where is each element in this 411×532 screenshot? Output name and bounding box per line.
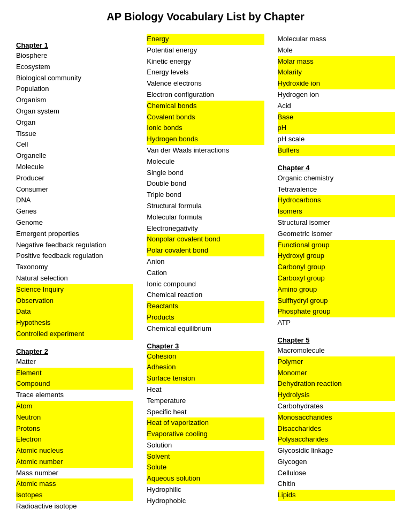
chapter-heading-3-2: Chapter 4 — [278, 164, 395, 172]
term-2-2-4: Heat — [147, 384, 264, 396]
term-3-3-11: Glycogen — [278, 457, 395, 468]
term-3-1-11: Buffers — [278, 145, 395, 156]
term-2-2-10: Solvent — [147, 451, 264, 462]
term-1-1-17: Emergent properties — [16, 229, 133, 240]
term-3-3-1: Macromolecule — [278, 345, 395, 356]
term-1-1-6: Organ system — [16, 106, 133, 117]
term-1-2-1: Matter — [16, 356, 133, 368]
term-3-3-3: Monomer — [278, 368, 395, 379]
term-1-1-5: Organism — [16, 95, 133, 106]
term-1-1-4: Population — [16, 83, 133, 95]
term-3-2-2: Tetravalence — [278, 184, 395, 195]
term-2-2-11: Solute — [147, 462, 264, 473]
term-1-1-8: Tissue — [16, 128, 133, 140]
term-2-1-22: Cation — [147, 268, 264, 279]
term-1-1-12: Producer — [16, 173, 133, 184]
term-1-1-3: Biological community — [16, 73, 133, 84]
term-2-1-25: Reactants — [147, 301, 264, 312]
term-3-3-8: Disaccharides — [278, 423, 395, 435]
term-2-1-5: Valence electrons — [147, 78, 264, 89]
term-1-2-13: Isotopes — [16, 490, 133, 501]
term-1-1-11: Molecule — [16, 162, 133, 173]
term-3-3-10: Glycosidic linkage — [278, 445, 395, 457]
chapter-heading-1-1: Chapter 1 — [16, 41, 133, 49]
term-3-2-8: Hydroxyl group — [278, 250, 395, 262]
term-2-1-2: Potential energy — [147, 45, 264, 56]
term-2-1-12: Molecule — [147, 156, 264, 168]
term-2-2-14: Hydrophobic — [147, 496, 264, 507]
term-1-1-23: Observation — [16, 295, 133, 307]
term-3-1-7: Acid — [278, 101, 395, 112]
term-3-2-7: Functional group — [278, 240, 395, 251]
term-1-1-15: Genes — [16, 206, 133, 217]
term-1-2-11: Mass number — [16, 468, 133, 479]
term-2-1-16: Structural formula — [147, 201, 264, 212]
term-2-2-1: Cohesion — [147, 351, 264, 362]
term-2-2-9: Solution — [147, 440, 264, 451]
term-3-2-4: Isomers — [278, 206, 395, 217]
term-1-2-3: Compound — [16, 378, 133, 390]
term-1-1-26: Controlled experiment — [16, 329, 133, 340]
term-2-1-7: Chemical bonds — [147, 101, 264, 112]
term-1-2-5: Atom — [16, 401, 133, 412]
column-3: Molecular massMoleMolar massMolarityHydr… — [278, 34, 395, 512]
term-1-1-9: Cell — [16, 139, 133, 150]
term-3-3-14: Lipids — [278, 490, 395, 501]
term-2-1-15: Triple bond — [147, 189, 264, 201]
term-3-1-10: pH scale — [278, 134, 395, 145]
term-1-2-12: Atomic mass — [16, 478, 133, 490]
term-2-1-27: Chemical equilibrium — [147, 323, 264, 335]
term-3-2-10: Carboxyl group — [278, 273, 395, 284]
chapter-heading-1-2: Chapter 2 — [16, 347, 133, 355]
term-1-1-1: Biosphere — [16, 50, 133, 62]
term-2-1-4: Energy levels — [147, 67, 264, 78]
column-1: Chapter 1BiosphereEcosystemBiological co… — [16, 34, 133, 512]
term-1-2-2: Element — [16, 368, 133, 379]
term-3-3-2: Polymer — [278, 356, 395, 368]
term-2-1-17: Molecular formula — [147, 212, 264, 223]
term-3-2-12: Sulfhydryl group — [278, 295, 395, 307]
term-2-2-3: Surface tension — [147, 373, 264, 384]
term-3-2-1: Organic chemistry — [278, 173, 395, 184]
term-1-1-25: Hypothesis — [16, 317, 133, 329]
term-3-1-3: Molar mass — [278, 56, 395, 67]
term-3-3-6: Carbohydrates — [278, 401, 395, 412]
term-2-1-19: Nonpolar covalent bond — [147, 234, 264, 245]
term-3-1-2: Mole — [278, 45, 395, 56]
term-1-2-8: Electron — [16, 434, 133, 445]
term-2-2-12: Aqueous solution — [147, 473, 264, 484]
term-1-2-6: Neutron — [16, 412, 133, 423]
term-1-2-4: Trace elements — [16, 390, 133, 401]
term-3-3-13: Chitin — [278, 478, 395, 490]
term-2-1-3: Kinetic energy — [147, 56, 264, 67]
term-2-2-8: Evaporative cooling — [147, 429, 264, 440]
term-3-1-4: Molarity — [278, 67, 395, 78]
term-2-1-21: Anion — [147, 256, 264, 268]
term-2-2-7: Heat of vaporization — [147, 417, 264, 429]
term-2-1-8: Covalent bonds — [147, 112, 264, 123]
term-2-1-26: Products — [147, 312, 264, 323]
chapter-heading-3-3: Chapter 5 — [278, 336, 395, 344]
term-2-1-1: Energy — [147, 34, 264, 45]
term-3-2-6: Geometric isomer — [278, 229, 395, 240]
term-2-1-14: Double bond — [147, 178, 264, 189]
term-1-1-14: DNA — [16, 195, 133, 206]
term-3-1-8: Base — [278, 112, 395, 123]
term-3-2-3: Hydrocarbons — [278, 195, 395, 206]
term-1-1-13: Consumer — [16, 184, 133, 195]
term-3-3-12: Cellulose — [278, 468, 395, 479]
page-title: AP Biology Vocabulary List by Chapter — [16, 11, 395, 23]
term-3-3-9: Polysaccharides — [278, 434, 395, 445]
term-1-2-9: Atomic nucleus — [16, 445, 133, 457]
main-content: Chapter 1BiosphereEcosystemBiological co… — [16, 34, 395, 512]
term-3-1-1: Molecular mass — [278, 34, 395, 45]
term-2-1-6: Electron configuration — [147, 89, 264, 101]
term-2-1-24: Chemical reaction — [147, 290, 264, 301]
term-3-2-5: Structural isomer — [278, 217, 395, 229]
term-2-1-20: Polar covalent bond — [147, 245, 264, 256]
term-1-1-24: Data — [16, 306, 133, 317]
term-1-2-7: Protons — [16, 423, 133, 435]
term-3-3-7: Monosaccharides — [278, 412, 395, 423]
term-3-2-13: Phosphate group — [278, 306, 395, 317]
term-2-1-13: Single bond — [147, 168, 264, 179]
